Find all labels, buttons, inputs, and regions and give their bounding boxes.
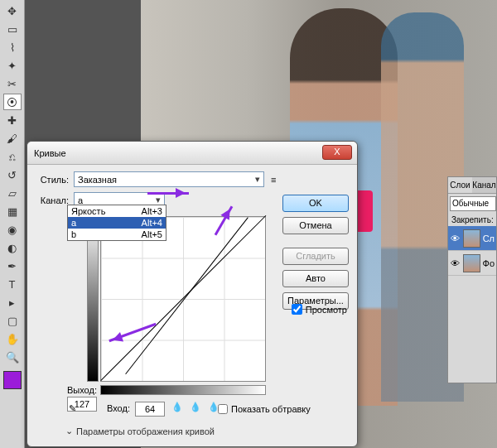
output-gradient	[87, 216, 99, 382]
show-clipping-label: Показать обтравку	[231, 404, 311, 414]
close-icon[interactable]: X	[322, 145, 352, 160]
eraser-tool-icon[interactable]: ▱	[3, 185, 22, 201]
lock-label: Закрепить:	[448, 214, 496, 226]
preset-menu-icon[interactable]: ≡	[271, 175, 276, 185]
layer-name: Фо	[483, 258, 495, 268]
auto-button[interactable]: Авто	[282, 270, 349, 287]
layers-panel: Слои Канал Обычные Закрепить: 👁 Сл 👁 Фо	[447, 176, 497, 383]
blur-tool-icon[interactable]: ◉	[3, 221, 22, 238]
dodge-tool-icon[interactable]: ◐	[3, 239, 22, 256]
input-field[interactable]: 64	[135, 402, 165, 417]
gray-point-icon[interactable]: 💧	[190, 402, 203, 415]
sampler-icon[interactable]: ✎	[69, 403, 76, 414]
annotation-arrow	[147, 192, 189, 195]
stamp-tool-icon[interactable]: ⎌	[3, 148, 22, 165]
path-tool-icon[interactable]: ▸	[3, 294, 22, 311]
zoom-tool-icon[interactable]: 🔍	[3, 349, 22, 365]
marquee-tool-icon[interactable]: ▭	[3, 21, 22, 37]
layer-row[interactable]: 👁 Фо	[448, 251, 496, 276]
show-clipping-checkbox[interactable]	[218, 404, 228, 414]
visibility-icon[interactable]: 👁	[450, 258, 461, 268]
input-gradient	[100, 385, 266, 395]
curve-graph[interactable]	[100, 216, 266, 382]
layer-name: Сл	[483, 234, 495, 243]
dialog-titlebar[interactable]: Кривые X	[27, 142, 357, 165]
gradient-tool-icon[interactable]: ▦	[3, 203, 22, 219]
visibility-icon[interactable]: 👁	[450, 234, 461, 243]
tab-channels[interactable]: Канал	[472, 177, 496, 193]
layer-thumb	[463, 229, 480, 248]
blend-mode-select[interactable]: Обычные	[450, 196, 496, 211]
type-tool-icon[interactable]: T	[3, 276, 22, 292]
layer-row[interactable]: 👁 Сл	[448, 226, 496, 251]
input-label: Вход:	[107, 403, 130, 413]
heal-tool-icon[interactable]: ✚	[3, 112, 22, 128]
output-label: Выход:	[67, 385, 97, 395]
style-label: Стиль:	[34, 175, 69, 185]
brush-tool-icon[interactable]: 🖌	[3, 130, 22, 147]
preview-checkbox[interactable]	[292, 304, 302, 315]
hand-tool-icon[interactable]: ✋	[3, 330, 22, 347]
tab-layers[interactable]: Слои	[448, 177, 472, 193]
pen-tool-icon[interactable]: ✒	[3, 258, 22, 274]
history-brush-icon[interactable]: ↺	[3, 166, 22, 183]
channel-option[interactable]: ЯркостьAlt+3	[68, 205, 166, 217]
eyedropper-tool-icon[interactable]: ⦿	[3, 94, 22, 110]
move-tool-icon[interactable]: ✥	[3, 2, 22, 19]
chevron-down-icon: ⌄	[65, 426, 73, 436]
preview-label: Просмотр	[306, 305, 347, 315]
channel-dropdown[interactable]: ЯркостьAlt+3 aAlt+4 bAlt+5	[67, 205, 166, 241]
curve-display-expand[interactable]: ⌄ Параметры отображения кривой	[65, 426, 215, 436]
ok-button[interactable]: OK	[282, 195, 349, 212]
shape-tool-icon[interactable]: ▢	[3, 312, 22, 329]
style-select[interactable]: Заказная	[74, 171, 264, 187]
channel-option[interactable]: aAlt+4	[68, 217, 166, 229]
toolbox: ✥ ▭ ⌇ ✦ ✂ ⦿ ✚ 🖌 ⎌ ↺ ▱ ▦ ◉ ◐ ✒ T ▸ ▢ ✋ 🔍	[0, 0, 25, 448]
channel-option[interactable]: bAlt+5	[68, 229, 166, 240]
lasso-tool-icon[interactable]: ⌇	[3, 39, 22, 55]
channel-label: Канал:	[34, 195, 69, 205]
foreground-color-swatch[interactable]	[3, 371, 22, 389]
black-point-icon[interactable]: 💧	[171, 402, 185, 415]
crop-tool-icon[interactable]: ✂	[3, 75, 22, 92]
wand-tool-icon[interactable]: ✦	[3, 57, 22, 74]
curves-dialog: Кривые X Стиль: Заказная ≡ Канал: a Ярко…	[27, 141, 358, 447]
cancel-button[interactable]: Отмена	[282, 217, 349, 234]
dialog-title: Кривые	[34, 148, 66, 158]
smooth-button[interactable]: Сгладить	[282, 248, 349, 265]
layer-thumb	[463, 254, 480, 272]
